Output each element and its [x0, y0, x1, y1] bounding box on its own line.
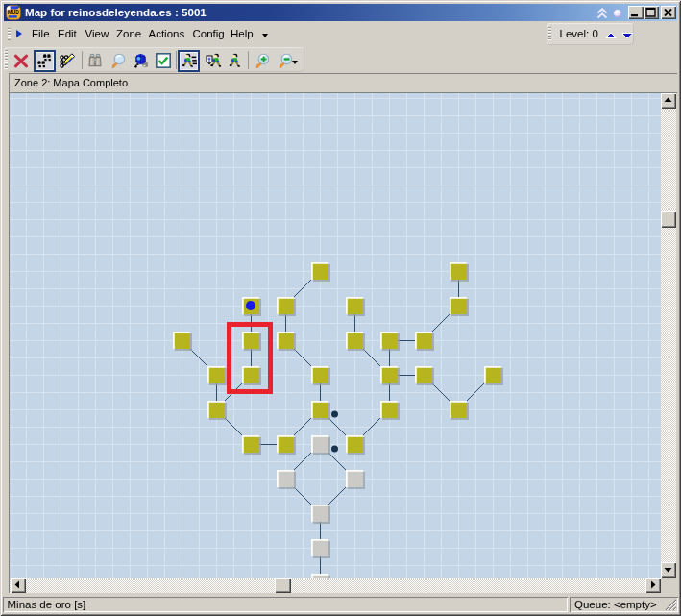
title-bar[interactable]: MUD Map for reinosdeleyenda.es : 5001	[4, 4, 677, 21]
status-queue-text: Queue: <empty>	[574, 599, 657, 610]
zone-label-bar: Zone 2: Mapa Completo	[9, 73, 677, 92]
status-queue-panel: Queue: <empty>	[570, 597, 678, 612]
menu-item-view[interactable]: View	[85, 21, 109, 46]
map-room-node[interactable]	[311, 366, 330, 385]
level-up-button[interactable]	[605, 32, 618, 39]
vertical-scroll-thumb[interactable]	[661, 211, 676, 228]
toolbar-overflow-chevron-icon[interactable]	[292, 61, 298, 64]
map-room-node[interactable]	[311, 505, 330, 524]
zoom-in-button[interactable]	[251, 50, 273, 71]
footprints-icon	[36, 53, 52, 68]
menu-play-icon	[16, 30, 22, 37]
menu-item-config[interactable]: Config	[193, 21, 225, 46]
scroll-up-icon	[661, 93, 676, 109]
globe-search-icon	[134, 53, 149, 68]
walker-button[interactable]	[225, 50, 247, 71]
scroll-down-icon	[661, 562, 676, 578]
map-room-node[interactable]	[277, 297, 296, 316]
mud-app-icon: MUD	[6, 5, 21, 20]
map-room-node[interactable]	[242, 332, 261, 351]
menu-overflow-chevron-icon[interactable]	[262, 34, 268, 37]
map-room-node[interactable]	[346, 332, 365, 351]
map-room-node[interactable]	[242, 366, 261, 385]
zone-label: Zone 2: Mapa Completo	[14, 77, 128, 88]
binoculars-icon	[87, 53, 103, 68]
resize-grip[interactable]	[665, 599, 677, 611]
map-room-node[interactable]	[311, 262, 330, 282]
horizontal-scroll-thumb[interactable]	[275, 578, 291, 593]
menu-bar: FileEditViewZoneActionsConfigHelp Level:…	[4, 21, 677, 46]
map-canvas[interactable]	[10, 93, 661, 578]
waypoint-dot	[331, 446, 338, 453]
minimize-button[interactable]	[628, 6, 644, 19]
edit-path-pencil-button[interactable]	[56, 50, 78, 71]
globe-search-button[interactable]	[130, 50, 152, 71]
map-room-node[interactable]	[380, 401, 400, 420]
level-gripper[interactable]	[548, 27, 551, 41]
menu-gripper[interactable]	[8, 28, 11, 40]
map-room-node[interactable]	[242, 435, 261, 455]
map-room-node[interactable]	[484, 366, 503, 385]
app-window: MUD Map for reinosdeleyenda.es : 5001	[0, 0, 681, 616]
scroll-right-icon	[645, 578, 661, 593]
toolbar-separator	[248, 51, 249, 69]
menu-item-help[interactable]: Help	[231, 21, 254, 46]
map-room-node[interactable]	[415, 332, 434, 351]
menu-item-zone[interactable]: Zone	[116, 21, 141, 46]
rollup-chevron-icon[interactable]	[596, 8, 608, 19]
magnifier-button[interactable]	[107, 50, 129, 71]
scroll-left-button[interactable]	[11, 578, 26, 593]
menu-item-file[interactable]: File	[32, 21, 50, 46]
close-button[interactable]	[661, 6, 676, 19]
map-room-node[interactable]	[277, 435, 296, 455]
scroll-right-button[interactable]	[645, 578, 661, 593]
horizontal-scrollbar[interactable]	[10, 578, 661, 593]
map-room-node[interactable]	[415, 366, 434, 385]
map-room-node[interactable]	[311, 539, 330, 558]
magnifier-icon	[110, 53, 126, 68]
scroll-up-button[interactable]	[661, 93, 676, 109]
checkbox-checked-button[interactable]	[153, 50, 175, 71]
map-room-node[interactable]	[311, 401, 330, 420]
map-room-node[interactable]	[311, 435, 330, 455]
mud-icon-text: MUD	[8, 9, 19, 15]
stay-on-top-ball-icon[interactable]	[613, 9, 622, 18]
map-room-node[interactable]	[173, 332, 192, 351]
scroll-down-button[interactable]	[661, 562, 676, 578]
menu-item-edit[interactable]: Edit	[58, 21, 77, 46]
maximize-button[interactable]	[644, 6, 659, 19]
map-room-node[interactable]	[450, 262, 469, 282]
status-room-text: Minas de oro [s]	[8, 599, 86, 610]
binoculars-button[interactable]	[84, 50, 106, 71]
map-room-node[interactable]	[380, 332, 400, 351]
footprints-button[interactable]	[34, 50, 56, 72]
walker-speed-button[interactable]	[178, 50, 200, 72]
checkbox-checked-icon	[156, 53, 171, 68]
map-room-node[interactable]	[277, 470, 296, 489]
edit-path-pencil-icon	[60, 53, 75, 68]
map-room-node[interactable]	[242, 297, 261, 316]
level-toolbar: Level: 0	[547, 23, 634, 45]
map-room-node[interactable]	[207, 401, 227, 420]
map-room-node[interactable]	[380, 366, 400, 385]
status-room-panel: Minas de oro [s]	[3, 597, 568, 612]
map-room-node[interactable]	[277, 332, 296, 351]
toolbar-gripper[interactable]	[5, 50, 8, 69]
map-room-node[interactable]	[450, 297, 469, 316]
vertical-scrollbar[interactable]	[661, 93, 676, 578]
map-room-node[interactable]	[346, 470, 365, 489]
walker-icon	[229, 53, 244, 68]
level-down-button[interactable]	[621, 32, 634, 39]
delete-x-icon	[13, 53, 29, 68]
delete-x-button[interactable]	[11, 50, 33, 71]
map-room-node[interactable]	[346, 297, 365, 316]
map-panel	[9, 92, 677, 593]
menu-item-actions[interactable]: Actions	[149, 21, 185, 46]
scrollbar-corner	[661, 578, 676, 593]
walker-shield-button[interactable]	[202, 50, 224, 71]
map-viewport[interactable]	[10, 93, 661, 578]
map-room-node[interactable]	[346, 435, 365, 455]
toolbar-separator	[176, 51, 177, 69]
map-room-node[interactable]	[207, 366, 227, 385]
map-room-node[interactable]	[450, 401, 469, 420]
